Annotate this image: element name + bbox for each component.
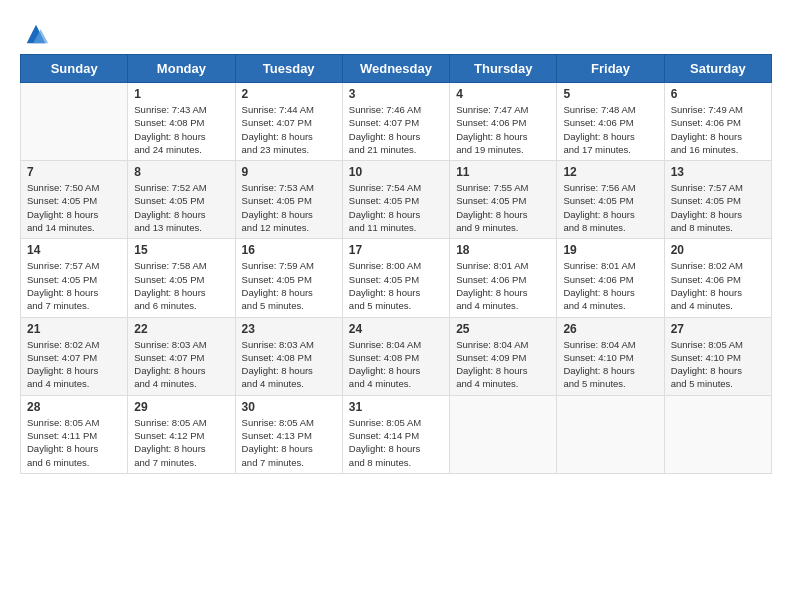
day-number: 30 <box>242 400 336 414</box>
day-info: Sunrise: 7:53 AM Sunset: 4:05 PM Dayligh… <box>242 181 336 234</box>
calendar-cell: 16Sunrise: 7:59 AM Sunset: 4:05 PM Dayli… <box>235 239 342 317</box>
calendar-cell: 30Sunrise: 8:05 AM Sunset: 4:13 PM Dayli… <box>235 395 342 473</box>
calendar-table: SundayMondayTuesdayWednesdayThursdayFrid… <box>20 54 772 474</box>
day-info: Sunrise: 7:56 AM Sunset: 4:05 PM Dayligh… <box>563 181 657 234</box>
weekday-header-friday: Friday <box>557 55 664 83</box>
calendar-cell: 14Sunrise: 7:57 AM Sunset: 4:05 PM Dayli… <box>21 239 128 317</box>
calendar-cell: 17Sunrise: 8:00 AM Sunset: 4:05 PM Dayli… <box>342 239 449 317</box>
weekday-header-row: SundayMondayTuesdayWednesdayThursdayFrid… <box>21 55 772 83</box>
day-info: Sunrise: 7:49 AM Sunset: 4:06 PM Dayligh… <box>671 103 765 156</box>
day-number: 6 <box>671 87 765 101</box>
weekday-header-sunday: Sunday <box>21 55 128 83</box>
day-number: 28 <box>27 400 121 414</box>
calendar-cell: 10Sunrise: 7:54 AM Sunset: 4:05 PM Dayli… <box>342 161 449 239</box>
day-info: Sunrise: 7:55 AM Sunset: 4:05 PM Dayligh… <box>456 181 550 234</box>
day-number: 14 <box>27 243 121 257</box>
day-number: 11 <box>456 165 550 179</box>
day-number: 15 <box>134 243 228 257</box>
day-number: 18 <box>456 243 550 257</box>
day-number: 31 <box>349 400 443 414</box>
weekday-header-thursday: Thursday <box>450 55 557 83</box>
calendar-cell: 27Sunrise: 8:05 AM Sunset: 4:10 PM Dayli… <box>664 317 771 395</box>
calendar-cell: 7Sunrise: 7:50 AM Sunset: 4:05 PM Daylig… <box>21 161 128 239</box>
day-number: 4 <box>456 87 550 101</box>
calendar-week-row: 1Sunrise: 7:43 AM Sunset: 4:08 PM Daylig… <box>21 83 772 161</box>
day-number: 7 <box>27 165 121 179</box>
calendar-cell: 26Sunrise: 8:04 AM Sunset: 4:10 PM Dayli… <box>557 317 664 395</box>
day-number: 5 <box>563 87 657 101</box>
calendar-week-row: 14Sunrise: 7:57 AM Sunset: 4:05 PM Dayli… <box>21 239 772 317</box>
day-number: 19 <box>563 243 657 257</box>
day-number: 1 <box>134 87 228 101</box>
day-number: 10 <box>349 165 443 179</box>
day-number: 9 <box>242 165 336 179</box>
calendar-cell: 9Sunrise: 7:53 AM Sunset: 4:05 PM Daylig… <box>235 161 342 239</box>
day-info: Sunrise: 8:04 AM Sunset: 4:10 PM Dayligh… <box>563 338 657 391</box>
day-info: Sunrise: 8:03 AM Sunset: 4:08 PM Dayligh… <box>242 338 336 391</box>
day-info: Sunrise: 8:00 AM Sunset: 4:05 PM Dayligh… <box>349 259 443 312</box>
day-number: 13 <box>671 165 765 179</box>
calendar-cell: 18Sunrise: 8:01 AM Sunset: 4:06 PM Dayli… <box>450 239 557 317</box>
day-number: 29 <box>134 400 228 414</box>
calendar-cell: 20Sunrise: 8:02 AM Sunset: 4:06 PM Dayli… <box>664 239 771 317</box>
day-info: Sunrise: 8:01 AM Sunset: 4:06 PM Dayligh… <box>563 259 657 312</box>
calendar-cell: 3Sunrise: 7:46 AM Sunset: 4:07 PM Daylig… <box>342 83 449 161</box>
calendar-week-row: 21Sunrise: 8:02 AM Sunset: 4:07 PM Dayli… <box>21 317 772 395</box>
calendar-cell: 15Sunrise: 7:58 AM Sunset: 4:05 PM Dayli… <box>128 239 235 317</box>
page-header <box>20 20 772 48</box>
calendar-cell: 21Sunrise: 8:02 AM Sunset: 4:07 PM Dayli… <box>21 317 128 395</box>
day-info: Sunrise: 7:43 AM Sunset: 4:08 PM Dayligh… <box>134 103 228 156</box>
day-info: Sunrise: 7:48 AM Sunset: 4:06 PM Dayligh… <box>563 103 657 156</box>
calendar-cell: 4Sunrise: 7:47 AM Sunset: 4:06 PM Daylig… <box>450 83 557 161</box>
day-number: 17 <box>349 243 443 257</box>
day-info: Sunrise: 7:47 AM Sunset: 4:06 PM Dayligh… <box>456 103 550 156</box>
calendar-cell: 8Sunrise: 7:52 AM Sunset: 4:05 PM Daylig… <box>128 161 235 239</box>
day-info: Sunrise: 8:05 AM Sunset: 4:12 PM Dayligh… <box>134 416 228 469</box>
calendar-cell: 22Sunrise: 8:03 AM Sunset: 4:07 PM Dayli… <box>128 317 235 395</box>
calendar-cell: 2Sunrise: 7:44 AM Sunset: 4:07 PM Daylig… <box>235 83 342 161</box>
day-info: Sunrise: 8:02 AM Sunset: 4:06 PM Dayligh… <box>671 259 765 312</box>
day-number: 27 <box>671 322 765 336</box>
calendar-cell: 31Sunrise: 8:05 AM Sunset: 4:14 PM Dayli… <box>342 395 449 473</box>
calendar-cell: 28Sunrise: 8:05 AM Sunset: 4:11 PM Dayli… <box>21 395 128 473</box>
logo <box>20 20 50 48</box>
calendar-cell <box>557 395 664 473</box>
day-number: 3 <box>349 87 443 101</box>
calendar-week-row: 7Sunrise: 7:50 AM Sunset: 4:05 PM Daylig… <box>21 161 772 239</box>
day-number: 25 <box>456 322 550 336</box>
logo-icon <box>22 20 50 48</box>
day-number: 12 <box>563 165 657 179</box>
day-number: 16 <box>242 243 336 257</box>
calendar-cell: 5Sunrise: 7:48 AM Sunset: 4:06 PM Daylig… <box>557 83 664 161</box>
calendar-cell: 23Sunrise: 8:03 AM Sunset: 4:08 PM Dayli… <box>235 317 342 395</box>
day-info: Sunrise: 7:59 AM Sunset: 4:05 PM Dayligh… <box>242 259 336 312</box>
day-info: Sunrise: 8:05 AM Sunset: 4:13 PM Dayligh… <box>242 416 336 469</box>
weekday-header-saturday: Saturday <box>664 55 771 83</box>
calendar-cell: 13Sunrise: 7:57 AM Sunset: 4:05 PM Dayli… <box>664 161 771 239</box>
day-info: Sunrise: 7:44 AM Sunset: 4:07 PM Dayligh… <box>242 103 336 156</box>
day-number: 24 <box>349 322 443 336</box>
day-info: Sunrise: 8:04 AM Sunset: 4:08 PM Dayligh… <box>349 338 443 391</box>
day-number: 22 <box>134 322 228 336</box>
day-number: 26 <box>563 322 657 336</box>
day-info: Sunrise: 7:50 AM Sunset: 4:05 PM Dayligh… <box>27 181 121 234</box>
calendar-cell: 29Sunrise: 8:05 AM Sunset: 4:12 PM Dayli… <box>128 395 235 473</box>
calendar-cell: 6Sunrise: 7:49 AM Sunset: 4:06 PM Daylig… <box>664 83 771 161</box>
day-number: 2 <box>242 87 336 101</box>
day-info: Sunrise: 8:02 AM Sunset: 4:07 PM Dayligh… <box>27 338 121 391</box>
day-info: Sunrise: 7:57 AM Sunset: 4:05 PM Dayligh… <box>671 181 765 234</box>
calendar-cell: 12Sunrise: 7:56 AM Sunset: 4:05 PM Dayli… <box>557 161 664 239</box>
day-number: 8 <box>134 165 228 179</box>
day-info: Sunrise: 8:05 AM Sunset: 4:11 PM Dayligh… <box>27 416 121 469</box>
calendar-week-row: 28Sunrise: 8:05 AM Sunset: 4:11 PM Dayli… <box>21 395 772 473</box>
day-info: Sunrise: 7:58 AM Sunset: 4:05 PM Dayligh… <box>134 259 228 312</box>
day-info: Sunrise: 8:04 AM Sunset: 4:09 PM Dayligh… <box>456 338 550 391</box>
day-number: 23 <box>242 322 336 336</box>
day-info: Sunrise: 7:52 AM Sunset: 4:05 PM Dayligh… <box>134 181 228 234</box>
day-number: 20 <box>671 243 765 257</box>
calendar-cell: 1Sunrise: 7:43 AM Sunset: 4:08 PM Daylig… <box>128 83 235 161</box>
calendar-cell: 24Sunrise: 8:04 AM Sunset: 4:08 PM Dayli… <box>342 317 449 395</box>
day-info: Sunrise: 7:54 AM Sunset: 4:05 PM Dayligh… <box>349 181 443 234</box>
weekday-header-tuesday: Tuesday <box>235 55 342 83</box>
weekday-header-monday: Monday <box>128 55 235 83</box>
